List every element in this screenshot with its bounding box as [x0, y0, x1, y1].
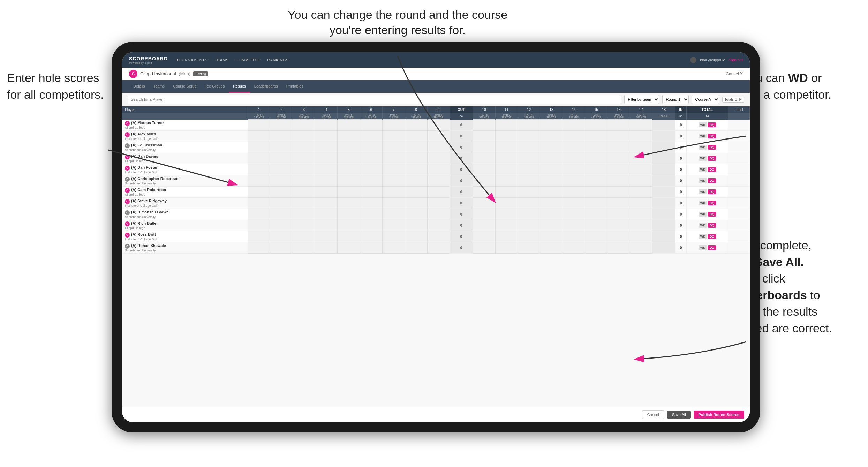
hole-14-score-player-2[interactable] — [563, 142, 585, 153]
hole-9-score-player-9[interactable] — [427, 220, 450, 231]
wd-button-player-10[interactable]: WD — [699, 234, 707, 239]
hole-5-score-player-10[interactable] — [338, 231, 360, 242]
hole-6-score-player-4[interactable] — [360, 164, 382, 175]
hole-11-score-player-11[interactable] — [495, 242, 518, 253]
course-select[interactable]: Course A — [692, 95, 719, 104]
hole-11-score-player-8[interactable] — [495, 209, 518, 220]
hole-9-score-player-0[interactable] — [427, 120, 450, 131]
hole-6-score-player-1[interactable] — [360, 130, 382, 142]
hole-11-score-player-3[interactable] — [495, 153, 518, 164]
hole-11-score-player-0[interactable] — [495, 120, 518, 131]
hole-12-score-player-7[interactable] — [518, 197, 540, 209]
hole-10-score-player-11[interactable] — [473, 242, 495, 253]
hole-6-score-player-8[interactable] — [360, 209, 382, 220]
hole-14-score-player-7[interactable] — [563, 197, 585, 209]
hole-3-score-player-4[interactable] — [293, 164, 315, 175]
save-all-button[interactable]: Save All — [667, 411, 691, 419]
hole-6-score-player-10[interactable] — [360, 231, 382, 242]
hole-17-score-player-5[interactable] — [630, 175, 652, 186]
hole-7-score-player-4[interactable] — [382, 164, 405, 175]
hole-16-score-player-9[interactable] — [607, 220, 630, 231]
hole-13-score-player-1[interactable] — [540, 130, 563, 142]
hole-7-score-player-8[interactable] — [382, 209, 405, 220]
hole-4-score-player-5[interactable] — [315, 175, 338, 186]
hole-7-score-player-10[interactable] — [382, 231, 405, 242]
hole-9-score-player-10[interactable] — [427, 231, 450, 242]
hole-7-score-player-11[interactable] — [382, 242, 405, 253]
nav-tournaments[interactable]: TOURNAMENTS — [176, 58, 207, 62]
hole-16-score-player-10[interactable] — [607, 231, 630, 242]
nav-teams[interactable]: TEAMS — [214, 58, 228, 62]
hole-11-score-player-7[interactable] — [495, 197, 518, 209]
hole-10-score-player-6[interactable] — [473, 186, 495, 197]
hole-9-score-player-8[interactable] — [427, 209, 450, 220]
hole-15-score-player-7[interactable] — [585, 197, 607, 209]
hole-3-score-player-7[interactable] — [293, 197, 315, 209]
hole-10-score-player-9[interactable] — [473, 220, 495, 231]
hole-8-score-player-4[interactable] — [405, 164, 427, 175]
hole-10-score-player-10[interactable] — [473, 231, 495, 242]
cancel-button[interactable]: Cancel — [642, 410, 664, 419]
hole-14-score-player-11[interactable] — [563, 242, 585, 253]
hole-17-score-player-1[interactable] — [630, 130, 652, 142]
hole-5-score-player-8[interactable] — [338, 209, 360, 220]
search-input[interactable] — [128, 95, 621, 104]
hole-11-score-player-10[interactable] — [495, 231, 518, 242]
hole-8-score-player-10[interactable] — [405, 231, 427, 242]
hole-8-score-player-7[interactable] — [405, 197, 427, 209]
dq-button-player-8[interactable]: DQ — [708, 212, 716, 217]
hole-8-score-player-2[interactable] — [405, 142, 427, 153]
hole-8-score-player-1[interactable] — [405, 130, 427, 142]
hole-15-score-player-11[interactable] — [585, 242, 607, 253]
hole-9-score-player-2[interactable] — [427, 142, 450, 153]
hole-4-score-player-3[interactable] — [315, 153, 338, 164]
hole-5-score-player-9[interactable] — [338, 220, 360, 231]
hole-12-score-player-4[interactable] — [518, 164, 540, 175]
hole-10-score-player-1[interactable] — [473, 130, 495, 142]
hole-11-score-player-2[interactable] — [495, 142, 518, 153]
hole-6-score-player-5[interactable] — [360, 175, 382, 186]
hole-3-score-player-11[interactable] — [293, 242, 315, 253]
hole-3-score-player-1[interactable] — [293, 130, 315, 142]
hole-6-score-player-11[interactable] — [360, 242, 382, 253]
hole-1-score-player-11[interactable] — [248, 242, 270, 253]
dq-button-player-9[interactable]: DQ — [708, 223, 716, 228]
hole-2-score-player-8[interactable] — [270, 209, 293, 220]
hole-14-score-player-8[interactable] — [563, 209, 585, 220]
hole-10-score-player-3[interactable] — [473, 153, 495, 164]
hole-12-score-player-2[interactable] — [518, 142, 540, 153]
hole-2-score-player-7[interactable] — [270, 197, 293, 209]
hole-6-score-player-0[interactable] — [360, 120, 382, 131]
hole-4-score-player-6[interactable] — [315, 186, 338, 197]
hole-2-score-player-9[interactable] — [270, 220, 293, 231]
hole-9-score-player-1[interactable] — [427, 130, 450, 142]
hole-6-score-player-9[interactable] — [360, 220, 382, 231]
hole-8-score-player-0[interactable] — [405, 120, 427, 131]
hole-15-score-player-3[interactable] — [585, 153, 607, 164]
hole-15-score-player-0[interactable] — [585, 120, 607, 131]
hole-17-score-player-6[interactable] — [630, 186, 652, 197]
hole-17-score-player-10[interactable] — [630, 231, 652, 242]
tab-course-setup[interactable]: Course Setup — [169, 80, 201, 93]
hole-14-score-player-4[interactable] — [563, 164, 585, 175]
hole-15-score-player-8[interactable] — [585, 209, 607, 220]
wd-button-player-11[interactable]: WD — [699, 245, 707, 250]
hole-14-score-player-5[interactable] — [563, 175, 585, 186]
hole-5-score-player-6[interactable] — [338, 186, 360, 197]
hole-12-score-player-6[interactable] — [518, 186, 540, 197]
hole-1-score-player-0[interactable] — [248, 120, 270, 131]
tab-printables[interactable]: Printables — [282, 80, 308, 93]
hole-4-score-player-9[interactable] — [315, 220, 338, 231]
hole-12-score-player-0[interactable] — [518, 120, 540, 131]
hole-5-score-player-0[interactable] — [338, 120, 360, 131]
hole-1-score-player-2[interactable] — [248, 142, 270, 153]
hole-16-score-player-1[interactable] — [607, 130, 630, 142]
hole-17-score-player-9[interactable] — [630, 220, 652, 231]
tab-leaderboards[interactable]: Leaderboards — [250, 80, 282, 93]
hole-13-score-player-4[interactable] — [540, 164, 563, 175]
hole-3-score-player-5[interactable] — [293, 175, 315, 186]
hole-16-score-player-6[interactable] — [607, 186, 630, 197]
filter-team-select[interactable]: Filter by team — [624, 95, 659, 104]
hole-9-score-player-3[interactable] — [427, 153, 450, 164]
hole-16-score-player-11[interactable] — [607, 242, 630, 253]
